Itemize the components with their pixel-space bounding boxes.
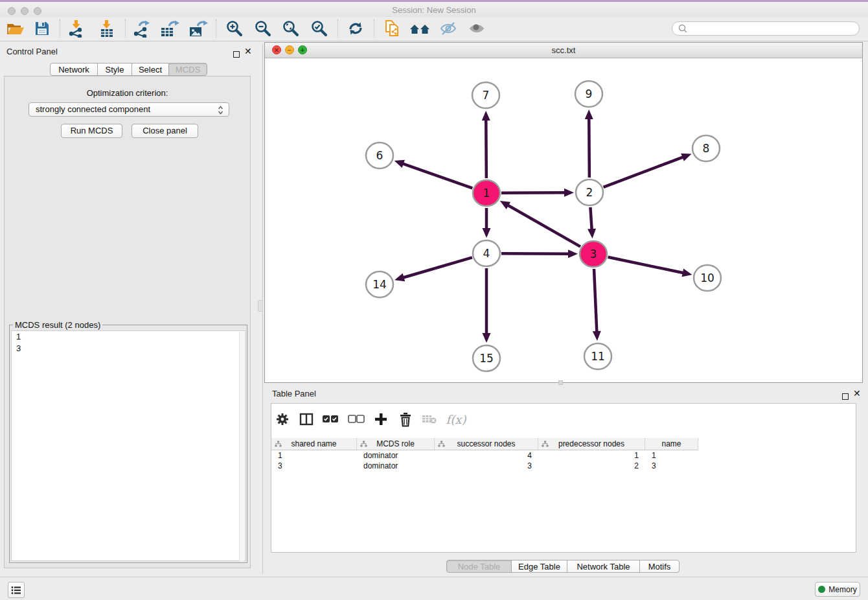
column-header-mcds-role[interactable]: MCDS role — [357, 438, 435, 450]
float-table-panel-button[interactable] — [842, 391, 849, 402]
graph-edge[interactable] — [501, 192, 567, 193]
edge-arrowhead — [564, 189, 574, 197]
float-icon — [842, 393, 849, 400]
list-icon — [11, 586, 21, 595]
node-label: 15 — [479, 352, 494, 365]
edge-arrowhead — [593, 331, 601, 341]
tab-node-table[interactable]: Node Table — [446, 560, 512, 573]
task-history-button[interactable] — [8, 582, 25, 598]
function-builder-button[interactable]: f(x) — [444, 410, 468, 428]
tab-motifs[interactable]: Motifs — [639, 560, 680, 573]
add-column-button[interactable] — [372, 410, 389, 428]
cell[interactable]: dominator — [357, 450, 435, 461]
tab-select[interactable]: Select — [131, 63, 169, 76]
cell[interactable]: 3 — [645, 461, 698, 471]
import-table-button[interactable] — [95, 17, 119, 40]
graph-edge[interactable] — [594, 269, 597, 334]
toggle-pane-button[interactable] — [299, 410, 314, 428]
node-label: 1 — [483, 187, 490, 200]
network-view-window: ✕ − + scc.txt 7968124314101511 — [264, 42, 863, 383]
delete-table-button[interactable] — [421, 410, 438, 428]
cell[interactable]: 3 — [271, 461, 357, 471]
cell[interactable]: 2 — [538, 461, 645, 471]
import-network-button[interactable] — [65, 17, 88, 40]
column-header-name[interactable]: name — [645, 438, 698, 450]
tab-style[interactable]: Style — [97, 63, 132, 76]
panel-divider-grip[interactable] — [258, 300, 263, 312]
hide-selected-button[interactable] — [437, 17, 460, 40]
graph-edge[interactable] — [506, 204, 580, 246]
result-scrollbar[interactable] — [239, 332, 244, 561]
criterion-value: strongly connected component — [36, 104, 150, 114]
zoom-fit-icon — [282, 20, 299, 37]
main-toolbar — [0, 17, 868, 41]
node-label: 14 — [372, 278, 387, 291]
split-pane-grip[interactable] — [558, 380, 563, 385]
tab-network[interactable]: Network — [50, 63, 98, 76]
graph-edge[interactable] — [401, 163, 472, 189]
apply-layout-button[interactable] — [344, 17, 367, 40]
export-image-button[interactable] — [187, 17, 210, 40]
optimization-criterion-label: Optimization criterion: — [4, 88, 251, 98]
network-window-titlebar[interactable]: ✕ − + scc.txt — [265, 43, 862, 58]
deselect-all-button[interactable] — [347, 410, 365, 428]
table-row[interactable]: 3dominator323 — [271, 461, 698, 471]
edge-arrowhead — [585, 110, 593, 119]
delete-column-button[interactable] — [397, 410, 414, 428]
window-titlebar: Session: New Session — [0, 2, 868, 17]
column-header-predecessor-nodes[interactable]: predecessor nodes — [538, 438, 645, 450]
column-header-successor-nodes[interactable]: successor nodes — [435, 438, 538, 450]
graph-edge[interactable] — [486, 118, 486, 178]
tab-mcds[interactable]: MCDS — [168, 63, 207, 76]
graph-edge[interactable] — [589, 117, 589, 178]
close-panel-button-inner[interactable]: Close panel — [131, 124, 198, 138]
graph-edge[interactable] — [608, 257, 685, 273]
node-label: 11 — [591, 350, 605, 363]
cell[interactable]: dominator — [357, 461, 435, 471]
memory-label: Memory — [828, 585, 856, 594]
graph-edge[interactable] — [501, 253, 571, 254]
zoom-fit-button[interactable] — [279, 17, 303, 40]
table-row[interactable]: 1dominator411 — [271, 450, 698, 461]
table-settings-button[interactable] — [275, 410, 290, 428]
tab-edge-table[interactable]: Edge Table — [511, 560, 567, 573]
control-panel-tabs: NetworkStyleSelectMCDS — [50, 63, 207, 76]
select-all-button[interactable] — [321, 410, 339, 428]
cell[interactable]: 1 — [271, 450, 357, 461]
edge-arrowhead — [394, 160, 405, 168]
graph-edge[interactable] — [402, 257, 472, 278]
show-all-button[interactable] — [465, 17, 488, 40]
export-table-button[interactable] — [158, 17, 181, 40]
cyndex-button[interactable] — [380, 17, 404, 40]
search-input[interactable] — [689, 23, 859, 34]
memory-button[interactable]: Memory — [815, 582, 860, 597]
column-header-shared-name[interactable]: shared name — [271, 438, 357, 450]
close-panel-button[interactable]: ✕ — [244, 47, 252, 55]
cell[interactable]: 1 — [645, 450, 698, 461]
cell[interactable]: 4 — [435, 450, 538, 461]
export-network-button[interactable] — [130, 17, 154, 40]
graph-edge[interactable] — [604, 156, 685, 187]
float-panel-button[interactable] — [233, 49, 240, 60]
save-session-button[interactable] — [30, 17, 54, 40]
home-pair-button[interactable] — [408, 17, 431, 40]
cell[interactable]: 1 — [538, 450, 645, 461]
float-icon — [233, 51, 240, 58]
close-table-panel-button[interactable]: ✕ — [853, 389, 861, 397]
network-canvas[interactable]: 7968124314101511 — [265, 58, 862, 382]
tab-network-table[interactable]: Network Table — [567, 560, 640, 573]
zoom-selected-button[interactable] — [308, 17, 331, 40]
zoom-out-button[interactable] — [251, 17, 275, 40]
graph-edge[interactable] — [590, 207, 591, 231]
criterion-select[interactable]: strongly connected component — [29, 102, 229, 117]
open-file-button[interactable] — [4, 17, 27, 40]
result-line: 3 — [12, 343, 245, 354]
cell[interactable]: 3 — [435, 461, 538, 471]
zoom-in-button[interactable] — [223, 17, 246, 40]
save-session-icon — [35, 21, 49, 36]
import-table-icon — [99, 20, 115, 38]
run-mcds-button[interactable]: Run MCDS — [61, 124, 122, 138]
mcds-result-textarea[interactable]: 13 — [11, 330, 246, 561]
node-label: 4 — [483, 247, 490, 260]
search-field[interactable] — [672, 21, 860, 36]
